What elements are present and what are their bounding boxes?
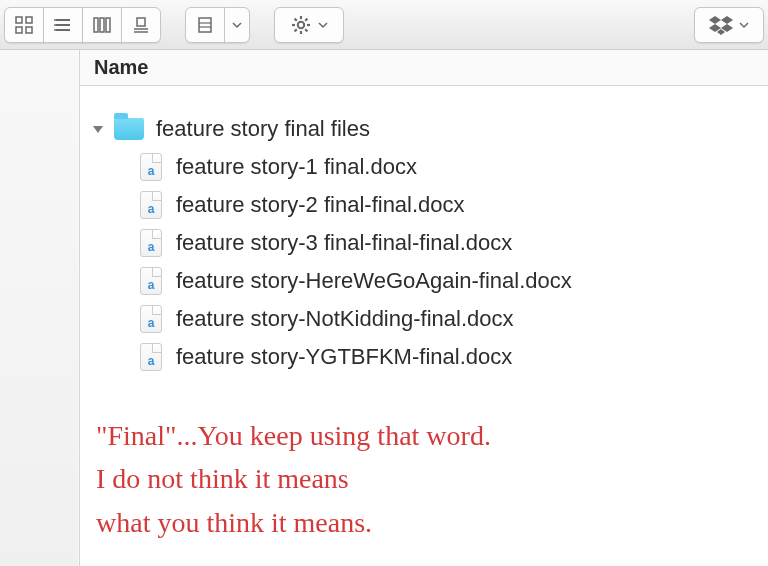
svg-rect-0 [16,17,22,23]
handwritten-annotation: "Final"...You keep using that word. I do… [96,414,758,544]
docx-file-icon: a [140,153,162,181]
chevron-down-icon [739,20,749,30]
action-button[interactable] [274,7,344,43]
folder-name: feature story final files [156,116,370,142]
docx-file-icon: a [140,267,162,295]
file-tree: feature story final files a feature stor… [80,86,768,376]
annotation-line-1: "Final"...You keep using that word. [96,414,758,457]
column-header-name[interactable]: Name [80,50,768,86]
icon-view-button[interactable] [4,7,44,43]
chevron-down-icon [232,20,242,30]
svg-rect-12 [106,18,110,32]
view-mode-group [4,7,161,43]
dropbox-button[interactable] [694,7,764,43]
svg-point-7 [54,19,56,21]
file-row[interactable]: a feature story-NotKidding-final.docx [90,300,768,338]
svg-line-26 [295,29,297,31]
docx-file-icon: a [140,305,162,333]
svg-rect-16 [199,18,211,32]
filename: feature story-2 final-final.docx [176,192,465,218]
svg-rect-1 [26,17,32,23]
svg-rect-10 [94,18,98,32]
annotation-line-2: I do not think it means [96,457,758,500]
svg-line-24 [295,18,297,20]
svg-line-27 [305,18,307,20]
toolbar [0,0,768,50]
annotation-line-3: what you think it means. [96,501,758,544]
filename: feature story-3 final-final-final.docx [176,230,512,256]
docx-file-icon: a [140,191,162,219]
folder-icon [114,118,144,140]
svg-rect-13 [137,18,145,26]
column-view-button[interactable] [82,7,122,43]
file-row[interactable]: a feature story-YGTBFKM-final.docx [90,338,768,376]
svg-point-19 [298,21,304,27]
svg-rect-3 [26,27,32,33]
file-row[interactable]: a feature story-2 final-final.docx [90,186,768,224]
file-pane: Name feature story final files a feature… [80,50,768,566]
svg-point-9 [54,29,56,31]
svg-line-25 [305,29,307,31]
gear-icon [290,14,312,36]
file-row[interactable]: a feature story-HereWeGoAgain-final.docx [90,262,768,300]
arrange-icon [197,15,213,35]
column-label: Name [94,56,148,79]
finder-window: Name feature story final files a feature… [0,50,768,566]
file-row[interactable]: a feature story-3 final-final-final.docx [90,224,768,262]
arrange-group [185,7,250,43]
sidebar [0,50,80,566]
coverflow-view-button[interactable] [121,7,161,43]
folder-row[interactable]: feature story final files [90,110,768,148]
docx-file-icon: a [140,343,162,371]
svg-point-8 [54,24,56,26]
chevron-down-icon [318,20,328,30]
list-icon [53,15,73,35]
filename: feature story-1 final.docx [176,154,417,180]
disclosure-triangle-icon[interactable] [90,121,106,137]
list-view-button[interactable] [43,7,83,43]
dropbox-icon [709,14,733,36]
grid-icon [14,15,34,35]
filename: feature story-YGTBFKM-final.docx [176,344,512,370]
svg-rect-2 [16,27,22,33]
filename: feature story-NotKidding-final.docx [176,306,514,332]
file-row[interactable]: a feature story-1 final.docx [90,148,768,186]
arrange-menu-button[interactable] [224,7,250,43]
svg-rect-11 [100,18,104,32]
docx-file-icon: a [140,229,162,257]
coverflow-icon [131,15,151,35]
columns-icon [92,15,112,35]
filename: feature story-HereWeGoAgain-final.docx [176,268,572,294]
arrange-button[interactable] [185,7,225,43]
